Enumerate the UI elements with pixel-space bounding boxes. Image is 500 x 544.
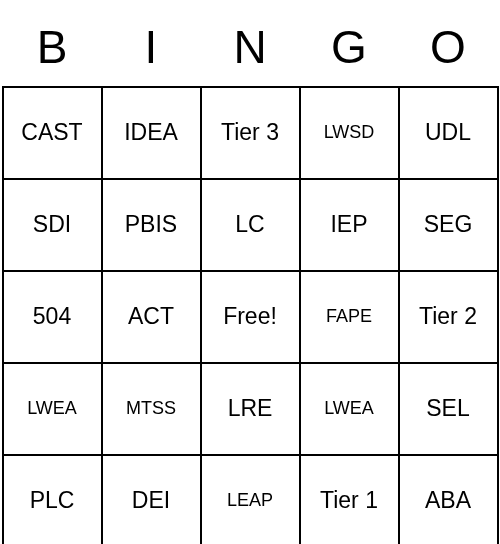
bingo-row: 504 ACT Free! FAPE Tier 2 — [3, 271, 498, 363]
bingo-cell[interactable]: SEL — [399, 363, 498, 455]
bingo-header-g: G — [300, 14, 399, 87]
bingo-cell[interactable]: ACT — [102, 271, 201, 363]
bingo-cell[interactable]: 504 — [3, 271, 102, 363]
bingo-cell[interactable]: LRE — [201, 363, 300, 455]
bingo-header-row: B I N G O — [3, 14, 498, 87]
bingo-cell[interactable]: LC — [201, 179, 300, 271]
bingo-card: B I N G O CAST IDEA Tier 3 LWSD UDL SDI … — [2, 14, 499, 544]
bingo-cell[interactable]: LEAP — [201, 455, 300, 544]
bingo-cell[interactable]: FAPE — [300, 271, 399, 363]
bingo-cell[interactable]: PBIS — [102, 179, 201, 271]
bingo-grid: CAST IDEA Tier 3 LWSD UDL SDI PBIS LC IE… — [3, 87, 498, 544]
bingo-row: PLC DEI LEAP Tier 1 ABA — [3, 455, 498, 544]
bingo-header-b: B — [3, 14, 102, 87]
bingo-cell[interactable]: ABA — [399, 455, 498, 544]
bingo-cell[interactable]: LWEA — [3, 363, 102, 455]
bingo-header-i: I — [102, 14, 201, 87]
bingo-cell[interactable]: LWSD — [300, 87, 399, 179]
bingo-cell[interactable]: Tier 2 — [399, 271, 498, 363]
bingo-cell[interactable]: SDI — [3, 179, 102, 271]
bingo-cell[interactable]: CAST — [3, 87, 102, 179]
bingo-cell[interactable]: SEG — [399, 179, 498, 271]
bingo-cell[interactable]: Tier 1 — [300, 455, 399, 544]
bingo-row: LWEA MTSS LRE LWEA SEL — [3, 363, 498, 455]
bingo-cell[interactable]: IDEA — [102, 87, 201, 179]
bingo-cell[interactable]: IEP — [300, 179, 399, 271]
bingo-cell-free[interactable]: Free! — [201, 271, 300, 363]
bingo-header-o: O — [399, 14, 498, 87]
bingo-header-n: N — [201, 14, 300, 87]
bingo-cell[interactable]: LWEA — [300, 363, 399, 455]
bingo-cell[interactable]: MTSS — [102, 363, 201, 455]
bingo-cell[interactable]: Tier 3 — [201, 87, 300, 179]
bingo-cell[interactable]: DEI — [102, 455, 201, 544]
bingo-row: SDI PBIS LC IEP SEG — [3, 179, 498, 271]
bingo-cell[interactable]: PLC — [3, 455, 102, 544]
bingo-row: CAST IDEA Tier 3 LWSD UDL — [3, 87, 498, 179]
bingo-cell[interactable]: UDL — [399, 87, 498, 179]
